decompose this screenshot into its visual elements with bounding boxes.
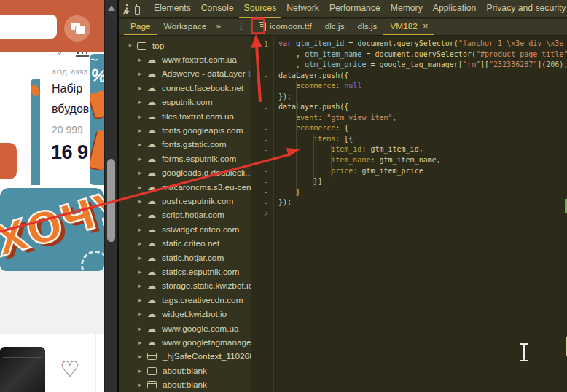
tree-item-connect-facebook-net[interactable]: ▸☁connect.facebook.net bbox=[119, 81, 251, 95]
scroll-up-icon[interactable] bbox=[108, 5, 115, 11]
inspect-element-icon[interactable] bbox=[126, 4, 128, 14]
product-image[interactable] bbox=[0, 347, 45, 392]
devtools-tab-network[interactable]: Network bbox=[281, 0, 324, 18]
tab-workspace[interactable]: Workspace bbox=[157, 19, 214, 35]
tree-item-fonts-googleapis-com[interactable]: ▸☁fonts.googleapis.com bbox=[119, 123, 251, 137]
tree-item-www-google-com-ua[interactable]: ▸☁www.google.com.ua bbox=[119, 321, 251, 335]
chat-button[interactable] bbox=[64, 15, 90, 42]
tree-item-hjsafecontext-110268[interactable]: ▸_hjSafeContext_110268... bbox=[119, 350, 251, 364]
chevron-right-icon[interactable]: ▸ bbox=[138, 226, 147, 233]
gutter-line-number[interactable]: - bbox=[251, 61, 273, 69]
chevron-right-icon[interactable]: ▸ bbox=[138, 310, 147, 318]
menu-dots-icon[interactable]: ⋮ bbox=[231, 19, 251, 35]
chevron-right-icon[interactable]: ▸ bbox=[138, 169, 147, 176]
tree-item-static-hotjar-com[interactable]: ▸☁static.hotjar.com bbox=[119, 251, 251, 264]
gutter-line-number[interactable]: - bbox=[251, 157, 273, 165]
page-scrollbar[interactable] bbox=[104, 0, 118, 392]
gutter-line-number[interactable]: - bbox=[251, 82, 273, 90]
gutter-line-number[interactable]: - bbox=[251, 178, 273, 186]
chevron-right-icon[interactable]: ▸ bbox=[138, 197, 147, 205]
tree-item-esputnik-com[interactable]: ▸☁esputnik.com bbox=[119, 95, 251, 109]
chevron-down-icon[interactable]: ▾ bbox=[128, 42, 137, 50]
tree-item-files-foxtrot-com-ua[interactable]: ▸☁files.foxtrot.com.ua bbox=[119, 109, 251, 123]
tree-item-fonts-gstatic-com[interactable]: ▸☁fonts.gstatic.com bbox=[119, 138, 251, 152]
tab-overflow-icon[interactable]: » bbox=[213, 19, 224, 35]
gutter-line-number[interactable]: - bbox=[251, 136, 273, 144]
chevron-right-icon[interactable]: ▸ bbox=[138, 127, 147, 134]
wishlist-heart-icon[interactable]: ♡ bbox=[60, 358, 79, 380]
chevron-right-icon[interactable]: ▸ bbox=[138, 113, 147, 120]
tree-item-adswerve-datalayer-in[interactable]: ▸☁Adswerve - dataLayer In... bbox=[119, 67, 251, 81]
chevron-right-icon[interactable]: ▸ bbox=[138, 184, 147, 191]
chevron-right-icon[interactable]: ▸ bbox=[138, 381, 147, 388]
tree-item-static-criteo-net[interactable]: ▸☁static.criteo.net bbox=[119, 236, 251, 250]
tree-item-about-blank[interactable]: ▸about:blank bbox=[119, 364, 251, 377]
chevron-right-icon[interactable]: ▸ bbox=[138, 56, 147, 63]
tree-item-googleads-g-doublecli[interactable]: ▸☁googleads.g.doublecli... bbox=[119, 166, 251, 180]
devtools-tab-performance[interactable]: Performance bbox=[324, 0, 386, 18]
devtools-tab-elements[interactable]: Elements bbox=[149, 0, 196, 18]
gutter-line-number[interactable]: - bbox=[251, 71, 273, 79]
tree-item-tags-creativecdn-com[interactable]: ▸☁tags.creativecdn.com bbox=[119, 293, 251, 307]
tree-item-script-hotjar-com[interactable]: ▸☁script.hotjar.com bbox=[119, 208, 251, 222]
device-toolbar-icon[interactable] bbox=[136, 4, 137, 14]
chevron-right-icon[interactable]: ▸ bbox=[138, 240, 147, 247]
search-input[interactable] bbox=[0, 15, 57, 39]
gutter-line-number[interactable]: - bbox=[251, 188, 273, 196]
devtools-tab-application[interactable]: Application bbox=[428, 0, 482, 18]
chevron-right-icon[interactable]: ▸ bbox=[138, 353, 147, 360]
gutter-line-number[interactable]: - bbox=[251, 103, 273, 111]
chevron-right-icon[interactable]: ▸ bbox=[138, 155, 147, 162]
scrollbar-thumb[interactable] bbox=[107, 159, 115, 242]
chevron-right-icon[interactable]: ▸ bbox=[138, 367, 147, 375]
code-line: -dataLayer.push({ bbox=[251, 71, 567, 82]
tree-item-widget-kwizbot-io[interactable]: ▸☁widget.kwizbot.io bbox=[119, 307, 251, 321]
devtools-tab-sources[interactable]: Sources bbox=[239, 0, 282, 18]
chevron-right-icon[interactable]: ▸ bbox=[138, 70, 147, 77]
gutter-line-number[interactable]: - bbox=[251, 125, 273, 133]
chevron-right-icon[interactable]: ▸ bbox=[138, 297, 147, 304]
editor-tab-dls-js[interactable]: dls.js bbox=[351, 19, 384, 35]
chevron-right-icon[interactable]: ▸ bbox=[138, 141, 147, 148]
tree-item-about-blank[interactable]: ▸about:blank bbox=[119, 377, 251, 391]
chevron-right-icon[interactable]: ▸ bbox=[138, 85, 147, 92]
tree-item-storage-static-kwizbot-io[interactable]: ▸☁storage.static.kwizbot.io bbox=[119, 279, 251, 293]
promo-banner[interactable]: ХОЧУ! bbox=[0, 188, 104, 271]
gutter-line-number[interactable]: - bbox=[251, 146, 273, 154]
devtools-tab-console[interactable]: Console bbox=[196, 0, 239, 18]
tab-page[interactable]: Page bbox=[124, 19, 157, 35]
gutter-line-number[interactable]: - bbox=[251, 50, 273, 58]
editor-tab-icomoon-ttf[interactable]: icomoon.ttf bbox=[252, 19, 318, 35]
tree-item-www-foxtrot-com-ua[interactable]: ▸☁www.foxtrot.com.ua bbox=[119, 52, 251, 66]
tree-item-top[interactable]: ▾top bbox=[119, 39, 251, 52]
gutter-line-number[interactable]: - bbox=[251, 93, 273, 101]
chevron-right-icon[interactable]: ▸ bbox=[138, 98, 147, 106]
editor-tab-vm182[interactable]: VM182× bbox=[383, 19, 434, 35]
gutter-line-number[interactable]: 2 bbox=[251, 210, 273, 218]
code-editor[interactable]: 1var gtm_item_id = document.querySelecto… bbox=[251, 36, 567, 392]
tree-item-www-googletagmanage[interactable]: ▸☁www.googletagmanage... bbox=[119, 335, 251, 349]
tree-item-push-esputnik-com[interactable]: ▸☁push.esputnik.com bbox=[119, 194, 251, 208]
chevron-right-icon[interactable]: ▸ bbox=[138, 211, 147, 219]
devtools-tab-privacy-and-security[interactable]: Privacy and security bbox=[481, 0, 567, 18]
cloud-icon: ☁ bbox=[147, 296, 156, 305]
tree-item-statics-esputnik-com[interactable]: ▸☁statics.esputnik.com bbox=[119, 264, 251, 278]
chevron-right-icon[interactable]: ▸ bbox=[138, 325, 147, 332]
tree-item-forms-esputnik-com[interactable]: ▸☁forms.esputnik.com bbox=[119, 152, 251, 165]
tree-item-sslwidget-criteo-com[interactable]: ▸☁sslwidget.criteo.com bbox=[119, 222, 251, 236]
carousel-image-left[interactable] bbox=[31, 79, 40, 185]
close-icon[interactable]: × bbox=[423, 19, 429, 34]
devtools-tab-memory[interactable]: Memory bbox=[386, 0, 428, 18]
chevron-right-icon[interactable]: ▸ bbox=[138, 339, 147, 346]
gutter-line-number[interactable]: - bbox=[251, 199, 273, 207]
buy-button-fragment[interactable] bbox=[0, 143, 17, 179]
chevron-right-icon[interactable]: ▸ bbox=[138, 282, 147, 289]
gutter-line-number[interactable]: - bbox=[251, 114, 273, 122]
tree-item-macaroncms-s3-eu-cent[interactable]: ▸☁macaroncms.s3.eu-cent... bbox=[119, 180, 251, 194]
gutter-line-number[interactable]: 1 bbox=[251, 40, 273, 48]
editor-tab-dlc-js[interactable]: dlc.js bbox=[318, 19, 351, 35]
chevron-right-icon[interactable]: ▸ bbox=[138, 268, 147, 275]
chevron-right-icon[interactable]: ▸ bbox=[138, 254, 147, 262]
gutter-line-number[interactable]: - bbox=[251, 167, 273, 175]
carousel-image-right[interactable]: 〜 % bbox=[90, 54, 104, 185]
